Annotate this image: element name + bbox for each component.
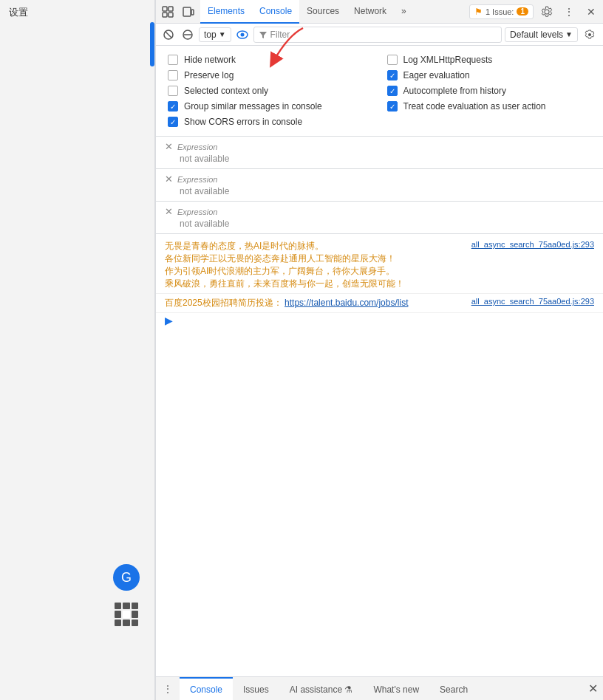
clear-icon[interactable] <box>160 27 177 43</box>
eager-eval-label: Eager evaluation <box>403 70 470 80</box>
tab-elements[interactable]: Elements <box>200 0 252 24</box>
default-levels-dropdown[interactable]: Default levels ▼ <box>505 27 578 42</box>
g-icon[interactable]: G <box>113 564 140 591</box>
live-expr-2: ✕ Expression not available <box>156 169 603 202</box>
svg-point-12 <box>588 33 591 36</box>
settings-right: Log XMLHttpRequests Eager evaluation Aut… <box>387 55 592 127</box>
treat-code-row: Treat code evaluation as user action <box>387 101 592 111</box>
settings-icon[interactable] <box>538 3 556 21</box>
filter-label: Filter <box>270 30 290 40</box>
show-cors-label: Show CORS errors in console <box>184 117 302 127</box>
expr-close-2[interactable]: ✕ <box>165 174 173 185</box>
close-icon[interactable]: ✕ <box>582 3 600 21</box>
expr-close-3[interactable]: ✕ <box>165 206 173 217</box>
autocomplete-label: Autocomplete from history <box>403 86 506 96</box>
group-similar-row: Group similar messages in console <box>168 101 372 111</box>
tab-more[interactable]: » <box>394 0 414 24</box>
expr-label-1: Expression <box>177 143 217 151</box>
log-xhr-cb[interactable] <box>387 55 398 65</box>
tab-bar-right: ⚑ 1 Issue: 1 ⋮ ✕ <box>469 3 600 21</box>
expr-value-3: not available <box>165 219 594 229</box>
selected-context-row: Selected context only <box>168 86 372 96</box>
bottom-tab-whatsnew[interactable]: What's new <box>363 677 429 701</box>
live-expr-3: ✕ Expression not available <box>156 202 603 234</box>
more-dots-icon[interactable]: ⋮ <box>159 677 177 701</box>
svg-rect-2 <box>168 7 173 11</box>
sidebar-blue-bar <box>150 22 154 66</box>
chevron-down-icon-levels: ▼ <box>565 30 573 38</box>
live-expr-1: ✕ Expression not available <box>156 137 603 169</box>
console-toolbar: top ▼ Filter Default levels ▼ <box>156 24 603 46</box>
log-xhr-row: Log XMLHttpRequests <box>387 55 592 65</box>
bottom-tab-right: ✕ <box>582 677 603 701</box>
baidu-jobs-link[interactable]: https://talent.baidu.com/jobs/list <box>285 298 408 308</box>
svg-line-7 <box>166 32 171 38</box>
log-xhr-label: Log XMLHttpRequests <box>403 55 493 65</box>
settings-left: Hide network Preserve log Selected conte… <box>168 55 372 127</box>
bottom-tab-bar: ⋮ Console Issues AI assistance ⚗ What's … <box>156 676 603 700</box>
selected-context-cb[interactable] <box>168 86 178 96</box>
issue-badge[interactable]: ⚑ 1 Issue: 1 <box>469 4 534 19</box>
source-link-2[interactable]: all_async_search_75aa0ed.js:293 <box>471 297 594 306</box>
console-message-2: all_async_search_75aa0ed.js:293 百度2025校园… <box>156 294 603 313</box>
autocomplete-row: Autocomplete from history <box>387 86 592 96</box>
bottom-tab-console[interactable]: Console <box>180 677 233 701</box>
console-settings-icon[interactable] <box>581 26 599 44</box>
more-tabs-icon: ⋮ <box>156 677 180 701</box>
autocomplete-cb[interactable] <box>387 86 398 96</box>
console-message-1: all_async_search_75aa0ed.js:293 无畏是青春的态度… <box>156 237 603 294</box>
device-icon[interactable] <box>180 3 197 21</box>
settings-panel: Hide network Preserve log Selected conte… <box>156 46 603 137</box>
expr-value-1: not available <box>165 154 594 164</box>
svg-rect-1 <box>163 13 167 17</box>
tab-console[interactable]: Console <box>252 0 299 24</box>
inspect-icon[interactable] <box>159 3 177 21</box>
bottom-tab-search[interactable]: Search <box>429 677 478 701</box>
bottom-close-btn[interactable]: ✕ <box>582 677 603 701</box>
devtools-panel: Elements Console Sources Network » ⚑ 1 I… <box>155 0 603 700</box>
tab-bar-left-icons <box>159 3 197 21</box>
preserve-log-cb[interactable] <box>168 70 178 80</box>
expr-close-1[interactable]: ✕ <box>165 141 173 152</box>
expr-label-2: Expression <box>177 175 217 184</box>
filter-box[interactable]: Filter <box>253 27 502 43</box>
console-expand-arrow[interactable]: ▶ <box>156 313 603 328</box>
bottom-tab-ai[interactable]: AI assistance ⚗ <box>279 677 364 701</box>
preserve-log-row: Preserve log <box>168 70 372 80</box>
expr-label-3: Expression <box>177 207 217 216</box>
eager-eval-row: Eager evaluation <box>387 70 592 80</box>
console-content: all_async_search_75aa0ed.js:293 无畏是青春的态度… <box>156 234 603 676</box>
chevron-down-icon: ▼ <box>219 30 226 38</box>
svg-rect-3 <box>168 13 173 17</box>
qr-icon[interactable] <box>115 603 138 626</box>
tab-network[interactable]: Network <box>347 0 394 24</box>
source-link-1[interactable]: all_async_search_75aa0ed.js:293 <box>471 240 594 249</box>
settings-label: 设置 <box>6 6 28 19</box>
group-similar-label: Group similar messages in console <box>184 101 322 111</box>
treat-code-label: Treat code evaluation as user action <box>403 101 546 111</box>
block-icon[interactable] <box>180 27 196 43</box>
preserve-log-label: Preserve log <box>184 70 234 80</box>
sidebar-bottom-icons: G <box>113 564 140 626</box>
svg-rect-0 <box>163 7 167 11</box>
selected-context-label: Selected context only <box>184 86 268 96</box>
group-similar-cb[interactable] <box>168 101 178 111</box>
left-sidebar: 设置 G <box>0 0 155 700</box>
expr-value-2: not available <box>165 186 594 196</box>
show-cors-cb[interactable] <box>168 117 178 127</box>
eager-eval-cb[interactable] <box>387 70 398 80</box>
hide-network-label: Hide network <box>184 55 236 65</box>
tab-bar: Elements Console Sources Network » ⚑ 1 I… <box>156 0 603 24</box>
svg-point-11 <box>240 32 244 36</box>
treat-code-cb[interactable] <box>387 101 398 111</box>
eye-icon[interactable] <box>234 27 251 43</box>
svg-rect-5 <box>191 10 194 15</box>
hide-network-cb[interactable] <box>168 55 178 65</box>
svg-rect-4 <box>183 7 191 16</box>
context-dropdown[interactable]: top ▼ <box>199 27 231 42</box>
more-icon[interactable]: ⋮ <box>560 3 578 21</box>
tab-sources[interactable]: Sources <box>299 0 347 24</box>
live-expressions: ✕ Expression not available ✕ Expression … <box>156 137 603 234</box>
bottom-tab-issues[interactable]: Issues <box>233 677 279 701</box>
hide-network-row: Hide network <box>168 55 372 65</box>
